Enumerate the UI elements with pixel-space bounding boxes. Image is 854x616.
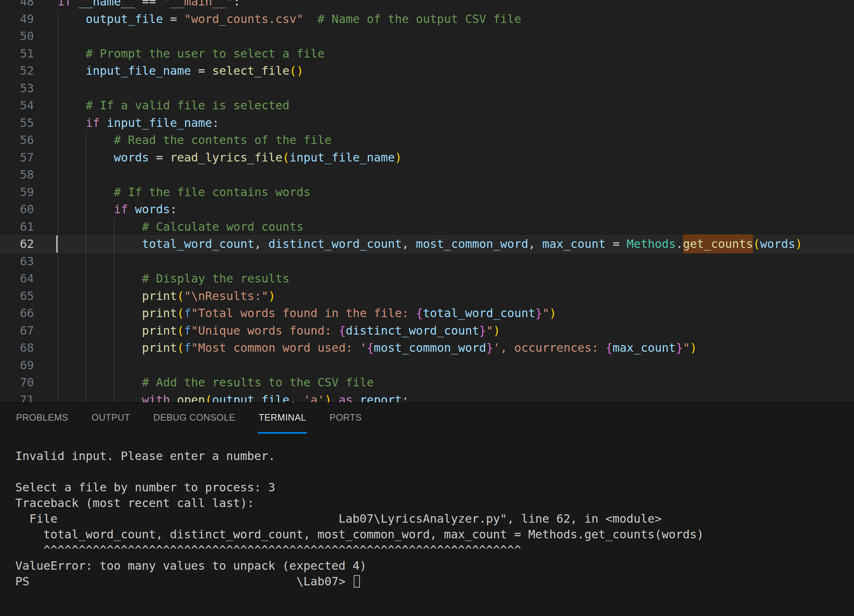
line-number[interactable]: 59: [0, 184, 34, 201]
code-line-61: 61 # Calculate word counts: [0, 218, 854, 236]
code-text: [34, 357, 58, 374]
line-number[interactable]: 67: [0, 322, 34, 340]
terminal-line: ValueError: too many values to unpack (e…: [15, 558, 854, 574]
line-number[interactable]: 49: [0, 11, 34, 28]
line-number[interactable]: 66: [0, 305, 34, 322]
code-text: total_word_count, distinct_word_count, m…: [34, 236, 802, 253]
code-line-70: 70 # Add the results to the CSV file: [0, 374, 854, 391]
line-number[interactable]: 64: [0, 270, 34, 287]
terminal-line: PS \Lab07>: [15, 574, 854, 589]
code-text: # Display the results: [34, 270, 290, 287]
code-text: # If a valid file is selected: [34, 97, 290, 114]
code-text: output_file = "word_counts.csv" # Name o…: [34, 11, 522, 28]
line-number[interactable]: 58: [0, 166, 34, 184]
code-line-58: 58: [0, 166, 854, 184]
code-text: [34, 80, 58, 97]
panel-tab-problems[interactable]: PROBLEMS: [15, 403, 69, 434]
line-number[interactable]: 57: [0, 149, 34, 167]
line-number[interactable]: 70: [0, 374, 34, 391]
line-number[interactable]: 56: [0, 132, 34, 149]
code-text: # Calculate word counts: [34, 218, 303, 236]
panel-tab-debug-console[interactable]: DEBUG CONSOLE: [153, 403, 236, 434]
code-line-62: 62 total_word_count, distinct_word_count…: [0, 236, 854, 253]
line-number[interactable]: 50: [0, 28, 34, 45]
vscode-window: 48if __name__ == "__main__":49 output_fi…: [0, 0, 854, 616]
code-line-49: 49 output_file = "word_counts.csv" # Nam…: [0, 11, 854, 28]
terminal-line: ^^^^^^^^^^^^^^^^^^^^^^^^^^^^^^^^^^^^^^^^…: [15, 542, 854, 558]
code-line-52: 52 input_file_name = select_file(): [0, 62, 854, 80]
line-number[interactable]: 65: [0, 287, 34, 305]
code-text: if input_file_name:: [34, 114, 219, 132]
line-number[interactable]: 62: [0, 236, 34, 253]
terminal-line: [15, 464, 854, 480]
code-text: words = read_lyrics_file(input_file_name…: [34, 149, 402, 167]
code-line-64: 64 # Display the results: [0, 270, 854, 287]
code-line-65: 65 print("\nResults:"): [0, 287, 854, 305]
line-number[interactable]: 53: [0, 80, 34, 97]
line-number[interactable]: 68: [0, 339, 34, 357]
line-number[interactable]: 48: [0, 0, 34, 11]
code-text: # Read the contents of the file: [34, 132, 331, 149]
code-text: [34, 166, 58, 184]
code-text: with open(output_file, 'a') as report:: [34, 391, 409, 403]
code-text: # Add the results to the CSV file: [34, 374, 374, 391]
code-line-59: 59 # If the file contains words: [0, 184, 854, 201]
code-lines-container: 48if __name__ == "__main__":49 output_fi…: [0, 0, 854, 402]
code-text: print(f"Total words found in the file: {…: [34, 305, 557, 322]
code-line-63: 63: [0, 253, 854, 271]
line-number[interactable]: 63: [0, 253, 34, 271]
code-line-50: 50: [0, 28, 854, 45]
panel-tab-output[interactable]: OUTPUT: [91, 403, 131, 434]
line-number[interactable]: 54: [0, 97, 34, 114]
line-number[interactable]: 69: [0, 357, 34, 374]
text-cursor: [56, 236, 58, 252]
code-line-48: 48if __name__ == "__main__":: [0, 0, 854, 11]
bottom-panel: PROBLEMSOUTPUTDEBUG CONSOLETERMINALPORTS…: [0, 402, 854, 616]
line-number[interactable]: 51: [0, 45, 34, 63]
terminal-line: Invalid input. Please enter a number.: [15, 448, 854, 464]
code-line-55: 55 if input_file_name:: [0, 114, 854, 132]
code-text: print("\nResults:"): [34, 287, 275, 305]
line-number[interactable]: 60: [0, 201, 34, 218]
code-editor[interactable]: 48if __name__ == "__main__":49 output_fi…: [0, 0, 854, 402]
code-text: print(f"Most common word used: '{most_co…: [34, 339, 697, 357]
panel-tab-ports[interactable]: PORTS: [329, 403, 363, 434]
code-line-56: 56 # Read the contents of the file: [0, 132, 854, 149]
code-text: input_file_name = select_file(): [34, 62, 303, 80]
line-number[interactable]: 71: [0, 391, 34, 403]
terminal-output[interactable]: Invalid input. Please enter a number.Sel…: [0, 434, 854, 589]
terminal-line: File Lab07\LyricsAnalyzer.py", line 62, …: [15, 511, 854, 527]
code-text: print(f"Unique words found: {distinct_wo…: [34, 322, 500, 340]
code-text: # If the file contains words: [34, 184, 311, 201]
code-line-51: 51 # Prompt the user to select a file: [0, 45, 854, 63]
code-text: [34, 28, 58, 45]
code-line-60: 60 if words:: [0, 201, 854, 218]
code-line-67: 67 print(f"Unique words found: {distinct…: [0, 322, 854, 340]
terminal-line: Select a file by number to process: 3: [15, 480, 854, 495]
code-line-66: 66 print(f"Total words found in the file…: [0, 305, 854, 322]
code-line-71: 71 with open(output_file, 'a') as report…: [0, 391, 854, 403]
line-number[interactable]: 61: [0, 218, 34, 236]
code-text: # Prompt the user to select a file: [34, 45, 325, 63]
panel-tab-terminal[interactable]: TERMINAL: [258, 403, 307, 434]
panel-tab-bar: PROBLEMSOUTPUTDEBUG CONSOLETERMINALPORTS: [0, 403, 854, 434]
code-line-69: 69: [0, 357, 854, 374]
code-text: [34, 253, 58, 271]
terminal-line: Traceback (most recent call last):: [15, 495, 854, 511]
code-line-54: 54 # If a valid file is selected: [0, 97, 854, 114]
code-line-53: 53: [0, 80, 854, 97]
terminal-cursor: [354, 575, 360, 587]
code-line-68: 68 print(f"Most common word used: '{most…: [0, 339, 854, 357]
terminal-line: total_word_count, distinct_word_count, m…: [15, 527, 854, 542]
line-number[interactable]: 52: [0, 62, 34, 80]
code-line-57: 57 words = read_lyrics_file(input_file_n…: [0, 149, 854, 167]
code-text: if __name__ == "__main__":: [34, 0, 240, 11]
line-number[interactable]: 55: [0, 114, 34, 132]
code-text: if words:: [34, 201, 177, 218]
